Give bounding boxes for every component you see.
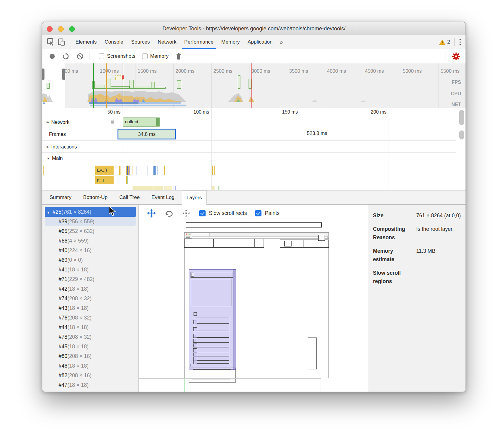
layer-tree-row[interactable]: #43(18 × 18) bbox=[45, 303, 136, 313]
scrollbar-thumb[interactable] bbox=[459, 130, 464, 139]
detail-value: Is the root layer. bbox=[416, 225, 461, 233]
layer-tree-row[interactable]: #47(18 × 18) bbox=[45, 380, 136, 390]
inspect-element-icon[interactable] bbox=[46, 37, 56, 47]
layer-detail-row: Compositing Reasons Is the root layer. bbox=[373, 225, 461, 242]
more-tabs-chevron[interactable]: » bbox=[276, 39, 286, 46]
layer-tree-row[interactable]: #80(208 × 16) bbox=[45, 351, 136, 361]
viewport-green-guide bbox=[185, 379, 185, 392]
tab-application[interactable]: Application bbox=[244, 35, 276, 49]
kebab-menu-icon[interactable] bbox=[457, 39, 466, 45]
detail-label: Compositing Reasons bbox=[373, 225, 413, 242]
detail-tab[interactable]: Bottom-Up bbox=[79, 191, 112, 204]
main-event-bar[interactable]: Ev...) bbox=[95, 166, 114, 175]
warning-count: 2 bbox=[447, 39, 450, 45]
detail-tab[interactable]: Layers bbox=[182, 191, 207, 205]
wireframe-scrollbar-box bbox=[308, 338, 317, 369]
fps-lane-label: FPS bbox=[452, 80, 461, 85]
window-title: Developer Tools - https://developers.goo… bbox=[42, 22, 466, 35]
layer-tree-row[interactable]: #39(256 × 559) bbox=[45, 217, 136, 226]
flame-tick-label: 150 ms bbox=[212, 108, 300, 190]
layer-tree-row[interactable]: #46(18 × 18) bbox=[45, 361, 136, 371]
layer-tree-row[interactable]: #44(18 × 18) bbox=[45, 322, 136, 332]
record-button[interactable] bbox=[50, 54, 55, 59]
layer-tree-row[interactable]: ▼#25(761 × 8264) bbox=[45, 207, 136, 217]
detail-tab[interactable]: Call Tree bbox=[115, 191, 144, 204]
layer-tree-row[interactable]: #82(208 × 16) bbox=[45, 371, 136, 380]
load-event-line bbox=[123, 63, 123, 108]
screenshot-stage: Developer Tools - https://developers.goo… bbox=[0, 0, 504, 434]
dcl-event-line bbox=[93, 63, 94, 108]
layers-3d-viewport[interactable]: Slow scroll rects Paints bbox=[139, 205, 368, 392]
minimize-window-button[interactable] bbox=[58, 26, 64, 32]
wireframe-top-layer[interactable] bbox=[186, 222, 322, 228]
memory-label: Memory bbox=[150, 53, 169, 59]
reset-view-icon[interactable] bbox=[182, 209, 190, 217]
layer-tree: ▼#25(761 × 8264) #39(256 × 559) #65(252 … bbox=[42, 205, 139, 392]
tab-network[interactable]: Network bbox=[154, 35, 180, 49]
scrollbar-thumb[interactable] bbox=[459, 110, 464, 125]
interactions-row-label[interactable]: ▶ Interactions bbox=[47, 144, 77, 150]
layer-tree-row[interactable]: #76(208 × 32) bbox=[45, 313, 136, 322]
frames-row-label[interactable]: Frames bbox=[49, 131, 66, 137]
detail-label: Size bbox=[373, 211, 413, 220]
selection-right-handle[interactable] bbox=[62, 69, 65, 80]
timeline-overview[interactable]: 500 ms1000 ms1500 ms2000 ms2500 ms3000 m… bbox=[42, 63, 466, 108]
device-toolbar-icon[interactable] bbox=[56, 37, 66, 47]
divider bbox=[90, 52, 90, 60]
detail-tab-bar: SummaryBottom-UpCall TreeEvent LogLayers bbox=[42, 190, 466, 205]
paints-checkbox[interactable] bbox=[255, 210, 261, 216]
pan-mode-icon[interactable] bbox=[147, 209, 156, 218]
chevron-down-icon[interactable]: ▼ bbox=[47, 208, 53, 217]
layer-tree-row[interactable]: #66(4 × 559) bbox=[45, 236, 136, 246]
clear-recording-icon[interactable] bbox=[77, 53, 84, 60]
reload-and-record-icon[interactable] bbox=[62, 53, 69, 60]
zoom-window-button[interactable] bbox=[69, 26, 75, 32]
title-bar: Developer Tools - https://developers.goo… bbox=[42, 22, 466, 35]
network-row-label[interactable]: ▶ Network bbox=[47, 119, 69, 125]
long-frame-marker bbox=[115, 75, 123, 80]
close-window-button[interactable] bbox=[47, 26, 53, 32]
tab-sources[interactable]: Sources bbox=[127, 35, 154, 49]
detail-label: Slow scroll regions bbox=[373, 269, 413, 286]
paints-label: Paints bbox=[265, 210, 279, 216]
detail-tab[interactable]: Event Log bbox=[147, 191, 179, 204]
memory-checkbox[interactable] bbox=[142, 53, 148, 59]
trash-icon[interactable] bbox=[176, 53, 182, 60]
layer-tree-row[interactable]: #41(18 × 18) bbox=[45, 265, 136, 274]
main-function-bar[interactable]: F...l bbox=[95, 176, 114, 184]
network-request-bar[interactable]: collect ... bbox=[123, 118, 160, 127]
rotate-mode-icon[interactable] bbox=[164, 209, 174, 217]
capture-settings-gear-icon[interactable] bbox=[452, 52, 460, 60]
tab-performance[interactable]: Performance bbox=[180, 35, 217, 49]
layer-tree-row[interactable]: #45(18 × 18) bbox=[45, 342, 136, 351]
layer-tree-row[interactable]: #69(0 × 0) bbox=[45, 255, 136, 265]
flame-chart[interactable]: 50 ms100 ms150 ms200 ms250 ms ▶ Network … bbox=[42, 108, 466, 190]
tab-elements[interactable]: Elements bbox=[72, 35, 101, 49]
main-row-label[interactable]: ▼ Main bbox=[47, 155, 63, 161]
tab-console[interactable]: Console bbox=[101, 35, 127, 49]
flame-tick-label: 200 ms bbox=[300, 108, 389, 190]
devtools-tab-bar: Elements Console Sources Network Perform… bbox=[42, 35, 466, 49]
layer-tree-row[interactable]: #42(18 × 18) bbox=[45, 284, 136, 294]
long-frame-marker-red bbox=[122, 75, 124, 79]
layer-tree-row[interactable]: #74(208 × 32) bbox=[45, 294, 136, 303]
detail-value: 11.3 MB bbox=[416, 247, 461, 255]
detail-tab[interactable]: Summary bbox=[45, 191, 76, 204]
selection-left-handle[interactable] bbox=[42, 69, 44, 80]
layer-detail-row: Size 761 × 8264 (at 0,0) bbox=[373, 211, 461, 220]
next-frame-duration[interactable]: 523.8 ms bbox=[307, 130, 327, 136]
console-warning-badge[interactable]: 2 bbox=[437, 39, 452, 45]
layer-tree-row[interactable]: #65(252 × 632) bbox=[45, 226, 136, 236]
layer-tree-row[interactable]: #40(224 × 16) bbox=[45, 246, 136, 255]
selected-frame[interactable]: 34.8 ms bbox=[118, 129, 176, 139]
divider bbox=[445, 52, 445, 60]
chevron-right-icon: ▶ bbox=[47, 120, 49, 124]
screenshots-checkbox[interactable] bbox=[99, 53, 104, 59]
flame-tick-label: 250 ms bbox=[389, 108, 466, 190]
slow-scroll-rect-layer[interactable] bbox=[189, 269, 234, 370]
tab-memory[interactable]: Memory bbox=[217, 35, 243, 49]
slow-scroll-rects-checkbox[interactable] bbox=[199, 210, 206, 216]
layer-tree-row[interactable]: #71(229 × 482) bbox=[45, 274, 136, 284]
layer-tree-row[interactable]: #78(208 × 32) bbox=[45, 332, 136, 342]
fcp-event-line bbox=[106, 63, 107, 108]
